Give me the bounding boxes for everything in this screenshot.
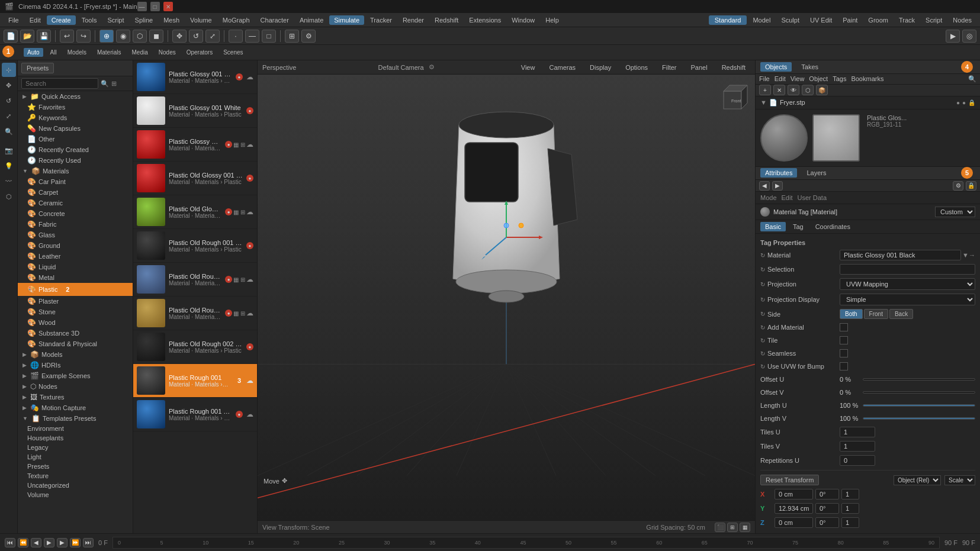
y-pos-input[interactable] xyxy=(775,503,813,514)
y-rot-input[interactable] xyxy=(815,503,839,514)
undo-btn[interactable]: ↩ xyxy=(60,30,74,43)
render-region-btn[interactable]: ◉ xyxy=(116,30,130,43)
render-btn[interactable]: ▶ xyxy=(946,30,960,43)
attr-settings[interactable]: ⚙ xyxy=(953,181,963,191)
tags-btn[interactable]: Tags xyxy=(833,75,846,82)
tab-nodes[interactable]: Nodes xyxy=(155,48,179,57)
search-tool[interactable]: 🔍 xyxy=(2,124,16,138)
bookmarks-btn[interactable]: Bookmarks xyxy=(851,75,883,82)
tree-templates-presets[interactable]: ▼ 📋 Templates Presets xyxy=(18,413,133,424)
mat-item-10[interactable]: Plastic Rough 001 Blue Material · Materi… xyxy=(133,398,257,431)
obj-create-btn[interactable]: + xyxy=(759,85,771,95)
timeline-start-btn[interactable]: ⏮ xyxy=(5,538,15,547)
sort-icon[interactable]: ⊞ xyxy=(111,80,117,88)
tab-tag[interactable]: Tag xyxy=(788,222,808,231)
vp-view-btn3[interactable]: ▦ xyxy=(740,523,750,532)
menu-window[interactable]: Window xyxy=(507,15,539,25)
mat-item-6[interactable]: Plastic Old Rough · Medium Material · Ma… xyxy=(133,263,257,297)
mat-item-3[interactable]: Plastic Old Glossy 001 Red 50° Material … xyxy=(133,162,257,195)
x-scale-input[interactable] xyxy=(841,489,859,500)
menu-create[interactable]: Create xyxy=(47,15,76,25)
edit-btn[interactable]: Edit xyxy=(775,75,786,82)
timeline-prev-btn[interactable]: ⏪ xyxy=(18,538,28,547)
menu-volume[interactable]: Volume xyxy=(185,15,217,25)
tab-models[interactable]: Models xyxy=(64,48,90,57)
menu-animate[interactable]: Animate xyxy=(295,15,328,25)
object-rel-select[interactable]: Object (Rel) xyxy=(894,475,941,485)
x-rot-input[interactable] xyxy=(815,489,839,500)
tree-materials[interactable]: ▼ 📦 Materials xyxy=(18,166,133,176)
scale-select[interactable]: Scale xyxy=(944,475,975,485)
poly-mode-btn[interactable]: □ xyxy=(262,30,276,43)
poly-tool[interactable]: ⬡ xyxy=(2,189,16,204)
nav-cube[interactable]: Front xyxy=(715,79,750,116)
rotate-tool[interactable]: ↺ xyxy=(2,94,16,108)
y-scale-input[interactable] xyxy=(841,503,859,514)
menu-extensions[interactable]: Extensions xyxy=(464,15,506,25)
tree-texture[interactable]: Texture xyxy=(18,471,133,481)
tree-standard-physical[interactable]: 🎨 Standard & Physical xyxy=(18,339,133,349)
scale-btn[interactable]: ⤢ xyxy=(205,30,220,43)
tree-car-paint[interactable]: 🎨 Car Paint xyxy=(18,176,133,187)
tab-takes[interactable]: Takes xyxy=(796,62,823,72)
presets-button[interactable]: Presets xyxy=(21,63,54,73)
grid-btn[interactable]: ⊞ xyxy=(285,30,299,43)
tab-layers[interactable]: Layers xyxy=(802,168,831,178)
tree-substance-3d[interactable]: 🎨 Substance 3D xyxy=(18,328,133,339)
obj-group-btn[interactable]: ⬡ xyxy=(802,85,814,95)
tree-fabric[interactable]: 🎨 Fabric xyxy=(18,219,133,230)
obj-search-icon[interactable]: 🔍 xyxy=(968,75,976,83)
timeline-play-btn[interactable]: ▶ xyxy=(44,538,54,547)
tab-basic[interactable]: Basic xyxy=(760,222,786,231)
tree-houseplants[interactable]: Houseplants xyxy=(18,433,133,443)
object-btn[interactable]: Object xyxy=(809,75,828,82)
menu-character[interactable]: Character xyxy=(256,15,294,25)
tree-liquid[interactable]: 🎨 Liquid xyxy=(18,262,133,272)
select-tool[interactable]: ⊹ xyxy=(2,63,16,77)
material-input[interactable] xyxy=(840,250,961,260)
view-menu[interactable]: View xyxy=(516,63,540,72)
menu-mograph[interactable]: MoGraph xyxy=(218,15,255,25)
options-menu[interactable]: Options xyxy=(621,63,653,72)
tree-hdris[interactable]: ▶ 🌐 HDRIs xyxy=(18,360,133,370)
tile-checkbox[interactable] xyxy=(840,336,848,344)
filter-menu[interactable]: Filter xyxy=(657,63,681,72)
tree-favorites[interactable]: ⭐ Favorites xyxy=(18,102,133,112)
mat-item-7[interactable]: Plastic Old Rough · Beige 5 Material · M… xyxy=(133,297,257,330)
scale-tool[interactable]: ⤢ xyxy=(2,109,16,123)
cameras-menu[interactable]: Cameras xyxy=(544,63,580,72)
tree-keywords[interactable]: 🔑 Keywords xyxy=(18,112,133,123)
tab-all[interactable]: All xyxy=(47,48,60,57)
phong-btn[interactable]: ◼ xyxy=(149,30,163,43)
standard-mode-btn[interactable]: Standard xyxy=(709,15,747,25)
tree-carpet[interactable]: 🎨 Carpet xyxy=(18,187,133,198)
add-material-checkbox[interactable] xyxy=(840,323,848,331)
side-back-btn[interactable]: Back xyxy=(889,309,913,319)
projection-select[interactable]: UVW Mapping Flat Box Cubic Spherical Cyl… xyxy=(840,278,975,290)
obj-type-btn[interactable]: 📦 xyxy=(816,85,828,95)
length-u-slider[interactable] xyxy=(863,404,975,407)
menu-edit[interactable]: Edit xyxy=(25,15,46,25)
tab-attributes[interactable]: Attributes xyxy=(760,168,797,178)
mat-item-9[interactable]: Plastic Rough 001 Material · Materials ›… xyxy=(133,364,257,398)
menu-script[interactable]: Script xyxy=(102,15,128,25)
groom-mode-btn[interactable]: Groom xyxy=(863,15,893,25)
reset-transform-btn[interactable]: Reset Transform xyxy=(760,475,819,485)
length-v-slider[interactable] xyxy=(863,417,975,420)
new-btn[interactable]: 📄 xyxy=(4,30,18,43)
tree-recently-used[interactable]: 🕐 Recently Used xyxy=(18,155,133,166)
menu-mesh[interactable]: Mesh xyxy=(159,15,184,25)
track-mode-btn[interactable]: Track xyxy=(894,15,920,25)
move-tool[interactable]: ✥ xyxy=(2,78,16,92)
tree-legacy[interactable]: Legacy xyxy=(18,443,133,452)
uv-mode-btn[interactable]: UV Edit xyxy=(805,15,837,25)
tab-auto[interactable]: Auto xyxy=(24,48,43,57)
menu-simulate[interactable]: Simulate xyxy=(329,15,364,25)
selection-input[interactable] xyxy=(840,264,975,275)
nodes-mode-btn[interactable]: Nodes xyxy=(948,15,976,25)
tab-operators[interactable]: Operators xyxy=(183,48,216,57)
offset-u-slider[interactable] xyxy=(863,378,975,381)
tree-glass[interactable]: 🎨 Glass xyxy=(18,230,133,240)
seamless-checkbox[interactable] xyxy=(840,349,848,357)
mat-item-2[interactable]: Plastic Glossy 002 · 15cm Material · Mat… xyxy=(133,128,257,162)
